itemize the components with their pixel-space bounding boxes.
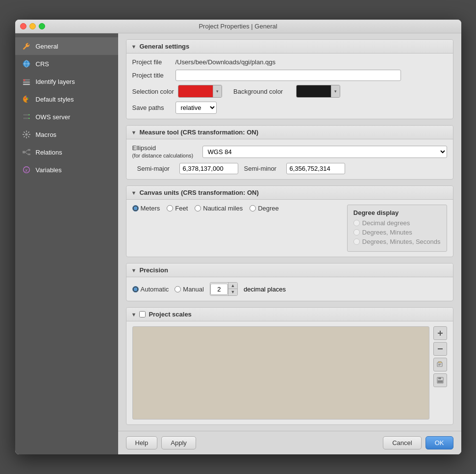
svg-rect-17 — [27, 154, 30, 156]
sidebar-item-identify-layers[interactable]: Identify layers — [15, 73, 118, 90]
ellipsoid-row: Ellipsoid(for distance calculations) WGS… — [132, 144, 447, 159]
sidebar-item-ows-server[interactable]: OWS server — [15, 108, 118, 126]
semi-major-field: Semi-major — [137, 163, 238, 174]
project-title-row: Project title — [132, 70, 447, 81]
sidebar-item-macros[interactable]: Macros — [15, 126, 118, 143]
automatic-radio[interactable] — [132, 286, 139, 292]
project-scales-section: ▼ Project scales — [126, 307, 453, 425]
meters-radio[interactable] — [132, 205, 139, 211]
scales-collapse-arrow[interactable]: ▼ — [131, 312, 137, 317]
server-icon — [21, 111, 32, 122]
automatic-label: Automatic — [141, 286, 169, 293]
decimal-places-spinner: ▲ ▼ — [210, 282, 238, 296]
selection-color-dropdown-arrow[interactable]: ▾ — [213, 85, 222, 97]
svg-point-7 — [24, 98, 25, 99]
semi-minor-input[interactable] — [286, 163, 345, 174]
feet-radio[interactable] — [167, 205, 173, 211]
manual-radio-label[interactable]: Manual — [175, 286, 204, 293]
degrees-minutes-radio[interactable] — [353, 229, 360, 236]
svg-line-19 — [25, 152, 27, 155]
project-title-label: Project title — [132, 72, 172, 79]
precision-collapse-arrow[interactable]: ▼ — [131, 267, 137, 273]
nautical-miles-radio-label[interactable]: Nautical miles — [195, 205, 243, 212]
degree-radio-label[interactable]: Degree — [250, 205, 279, 212]
traffic-lights — [20, 23, 45, 29]
window-content: General CRS — [15, 33, 461, 454]
add-scale-button[interactable] — [433, 326, 447, 340]
ellipsoid-label: Ellipsoid(for distance calculations) — [132, 144, 199, 159]
semi-minor-label: Semi-minor — [244, 165, 283, 172]
measure-collapse-arrow[interactable]: ▼ — [131, 130, 137, 135]
precision-row: Automatic Manual ▲ ▼ — [132, 282, 447, 296]
canvas-unit-radios: Meters Feet Nautical miles — [132, 205, 342, 212]
degrees-minutes-seconds-option: Degrees, Minutes, Seconds — [353, 238, 441, 245]
precision-body: Automatic Manual ▲ ▼ — [126, 277, 453, 301]
sidebar-item-general[interactable]: General — [15, 37, 118, 55]
semi-major-input[interactable] — [179, 163, 238, 174]
background-color-swatch — [297, 85, 331, 97]
apply-button[interactable]: Apply — [161, 436, 196, 449]
degree-radio[interactable] — [250, 205, 256, 211]
sidebar-label-general: General — [36, 43, 58, 50]
sidebar-label-variables: Variables — [36, 166, 62, 174]
maximize-button[interactable] — [39, 23, 45, 29]
background-color-label: Background color — [233, 88, 292, 95]
ok-button[interactable]: OK — [426, 436, 453, 449]
general-settings-header: ▼ General settings — [126, 40, 453, 53]
svg-point-12 — [28, 114, 29, 115]
degrees-minutes-seconds-radio[interactable] — [353, 238, 360, 245]
titlebar: Project Properties | General — [15, 20, 461, 33]
ellipsoid-select[interactable]: WGS 84 — [202, 146, 447, 158]
decimal-places-label: decimal places — [244, 286, 286, 293]
project-scales-checkbox[interactable] — [139, 311, 146, 317]
feet-radio-label[interactable]: Feet — [167, 205, 188, 212]
remove-scale-button[interactable] — [433, 342, 447, 356]
degrees-minutes-option: Degrees, Minutes — [353, 229, 441, 236]
minimize-button[interactable] — [29, 23, 36, 29]
semi-minor-field: Semi-minor — [244, 163, 345, 174]
selection-color-label: Selection color — [132, 88, 174, 95]
collapse-arrow[interactable]: ▼ — [131, 44, 137, 50]
svg-point-9 — [25, 96, 27, 98]
background-color-button[interactable]: ▾ — [296, 85, 340, 98]
project-title-input[interactable] — [175, 70, 401, 81]
bottom-left: Help Apply — [126, 436, 196, 449]
sidebar-item-variables[interactable]: x Variables — [15, 161, 118, 179]
svg-rect-30 — [438, 380, 443, 383]
automatic-radio-label[interactable]: Automatic — [132, 286, 169, 293]
help-button[interactable]: Help — [126, 436, 158, 449]
sidebar-item-crs[interactable]: CRS — [15, 55, 118, 73]
canvas-collapse-arrow[interactable]: ▼ — [131, 190, 137, 196]
precision-title: Precision — [139, 266, 168, 274]
sidebar: General CRS — [15, 33, 118, 454]
sidebar-item-relations[interactable]: Relations — [15, 143, 118, 161]
scales-buttons — [433, 326, 447, 420]
sidebar-item-default-styles[interactable]: Default styles — [15, 90, 118, 108]
spinner-down[interactable]: ▼ — [228, 289, 237, 295]
spinner-up[interactable]: ▲ — [228, 283, 237, 289]
nautical-miles-radio[interactable] — [195, 205, 201, 211]
palette-icon — [21, 94, 32, 105]
bottom-right: Cancel OK — [383, 436, 453, 449]
main-panel: ▼ General settings Project file /Users/b… — [118, 33, 461, 454]
canvas-row: Meters Feet Nautical miles — [132, 205, 447, 252]
load-scale-button[interactable] — [433, 358, 447, 371]
save-paths-select[interactable]: relative absolute — [175, 102, 217, 114]
decimal-places-input[interactable] — [210, 284, 228, 295]
sidebar-label-relations: Relations — [36, 149, 62, 156]
precision-header: ▼ Precision — [126, 263, 453, 277]
selection-color-button[interactable]: ▾ — [178, 85, 222, 98]
variable-icon: x — [21, 164, 32, 175]
sidebar-label-ows-server: OWS server — [36, 113, 71, 121]
semi-row: Semi-major Semi-minor — [137, 163, 447, 174]
project-scales-body — [126, 321, 453, 424]
save-scale-button[interactable] — [433, 373, 447, 387]
background-color-dropdown-arrow[interactable]: ▾ — [331, 85, 340, 97]
sidebar-label-default-styles: Default styles — [36, 96, 74, 103]
canvas-units-title: Canvas units (CRS transformation: ON) — [139, 189, 258, 196]
close-button[interactable] — [20, 23, 26, 29]
cancel-button[interactable]: Cancel — [383, 436, 421, 449]
meters-radio-label[interactable]: Meters — [132, 205, 160, 212]
decimal-degrees-radio[interactable] — [353, 220, 360, 226]
manual-radio[interactable] — [175, 286, 181, 292]
